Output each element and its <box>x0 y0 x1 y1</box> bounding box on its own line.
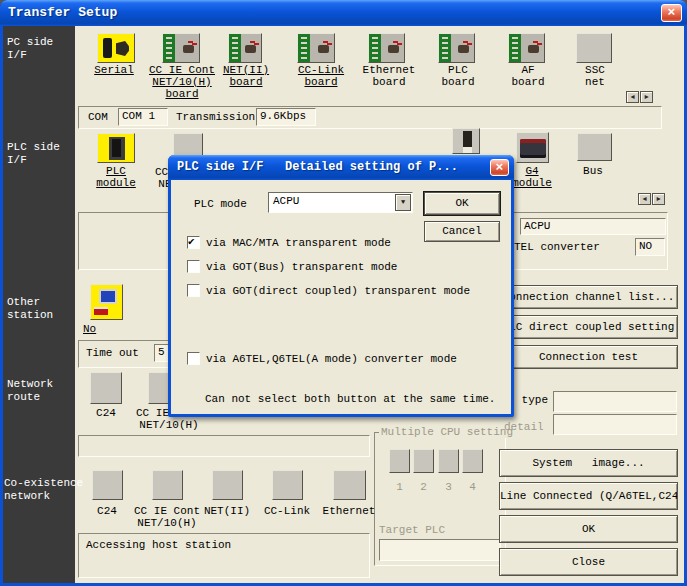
pc-if-cclink-board-icon[interactable] <box>297 33 335 63</box>
accessing-status-text: Accessing host station <box>86 539 231 551</box>
detail-field <box>553 414 677 435</box>
checkbox-got-bus-transparent[interactable] <box>187 260 200 273</box>
checkbox-mac-mta-transparent[interactable] <box>187 236 200 249</box>
checkbox-got-direct-coupled-transparent-label[interactable]: via GOT(direct coupled) transparent mode <box>206 285 470 297</box>
dialog-title: PLC side I/F Detailed setting of P... <box>177 155 458 179</box>
coexistence-netii-label[interactable]: NET(II) <box>204 505 250 517</box>
dialog-note-text: Can not select both button at the same t… <box>205 393 495 405</box>
other-station-no-icon[interactable] <box>90 284 123 320</box>
pc-if-ethernet-board-label[interactable]: Ethernet board <box>363 64 416 88</box>
network-route-c24-icon[interactable] <box>90 372 122 404</box>
plc-mode-value: ACPU <box>273 195 299 207</box>
pc-if-netii-board-label[interactable]: NET(II) board <box>223 64 269 88</box>
tel-converter-field: NO <box>635 238 665 256</box>
target-plc-field <box>379 539 501 561</box>
system-image-button[interactable]: System image... <box>499 449 678 477</box>
dialog-titlebar[interactable]: PLC side I/F Detailed setting of P... <box>168 155 514 180</box>
plc-if-scroll-right-button[interactable]: ► <box>652 193 665 205</box>
checkbox-got-bus-transparent-label[interactable]: via GOT(Bus) transparent mode <box>206 261 397 273</box>
route-status-bar <box>78 435 370 457</box>
window-close-button[interactable]: × <box>661 4 682 22</box>
window-title: Transfer Setup <box>8 0 117 25</box>
coexistence-ethernet-label[interactable]: Ethernet <box>323 505 376 517</box>
tel-converter-label: TEL converter <box>514 241 600 253</box>
coexistence-ccie-icon[interactable] <box>152 470 183 500</box>
pc-if-netii-board-icon[interactable] <box>228 33 262 63</box>
coexistence-c24-label[interactable]: C24 <box>97 505 117 517</box>
sidebar-label-other-station: Other station <box>7 296 53 322</box>
multiple-cpu-title: Multiple CPU setting <box>379 426 515 438</box>
multiple-cpu-slot-4-number: 4 <box>462 481 483 493</box>
ok-button[interactable]: OK <box>499 515 678 543</box>
multiple-cpu-slot-3-number: 3 <box>438 481 459 493</box>
com-port-field[interactable]: COM 1 <box>118 108 168 126</box>
multiple-cpu-slot-4 <box>462 449 483 473</box>
pc-if-ccie-board-icon[interactable] <box>162 33 200 63</box>
checkbox-a6tel-q6tel-converter[interactable] <box>187 352 200 365</box>
pc-if-ethernet-board-icon[interactable] <box>368 33 405 63</box>
sidebar-label-pc-side: PC side I/F <box>7 36 53 62</box>
close-icon: × <box>668 5 676 20</box>
close-icon: × <box>496 160 504 175</box>
pc-if-cclink-board-label[interactable]: CC-Link board <box>298 64 344 88</box>
coexistence-cclink-label[interactable]: CC-Link <box>264 505 310 517</box>
pc-if-plc-board-icon[interactable] <box>438 33 475 63</box>
plc-if-plc-module-icon[interactable] <box>97 133 135 163</box>
timeout-label: Time out <box>86 347 139 359</box>
plc-if-g4-module-label[interactable]: G4 module <box>512 165 552 189</box>
plc-if-g4-module-icon[interactable] <box>516 132 549 163</box>
connection-channel-list-button[interactable]: Connection channel list... <box>499 285 678 309</box>
connection-test-button[interactable]: Connection test <box>499 345 678 369</box>
coexistence-netii-icon[interactable] <box>212 470 243 500</box>
multiple-cpu-slot-2-number: 2 <box>413 481 434 493</box>
plc-type-field: ACPU <box>520 218 666 235</box>
target-plc-label: Target PLC <box>379 524 445 536</box>
other-station-no-label[interactable]: No <box>83 323 96 335</box>
type-field <box>553 391 677 412</box>
chevron-down-icon: ▼ <box>401 198 405 206</box>
multiple-cpu-slot-1-number: 1 <box>389 481 410 493</box>
plc-if-scroll-left-button[interactable]: ◄ <box>638 193 651 205</box>
checkbox-a6tel-q6tel-converter-label[interactable]: via A6TEL,Q6TEL(A mode) converter mode <box>206 353 457 365</box>
pc-if-ccie-board-label[interactable]: CC IE Cont NET/10(H) board <box>149 64 215 100</box>
pc-if-ssc-net-icon[interactable] <box>576 33 612 63</box>
plc-if-plc-module-label[interactable]: PLC module <box>96 165 136 189</box>
pc-if-serial-icon[interactable] <box>97 33 135 63</box>
coexistence-cclink-icon[interactable] <box>272 470 303 500</box>
pc-if-af-board-label[interactable]: AF board <box>511 64 544 88</box>
scroll-right-icon: ► <box>656 195 660 203</box>
plc-mode-dropdown-button[interactable]: ▼ <box>395 194 411 211</box>
transmission-label: Transmission <box>176 111 255 123</box>
pc-if-af-board-icon[interactable] <box>508 33 545 63</box>
checkbox-got-direct-coupled-transparent[interactable] <box>187 284 200 297</box>
multiple-cpu-slot-2 <box>413 449 434 473</box>
pc-if-scroll-right-button[interactable]: ► <box>640 91 653 103</box>
pc-if-plc-board-label[interactable]: PLC board <box>441 64 474 88</box>
network-route-c24-label[interactable]: C24 <box>96 407 116 419</box>
plc-if-bus-label[interactable]: Bus <box>583 165 603 177</box>
transmission-speed-field[interactable]: 9.6Kbps <box>256 108 316 126</box>
checkbox-mac-mta-transparent-label[interactable]: via MAC/MTA transparent mode <box>206 237 391 249</box>
sidebar-label-plc-side: PLC side I/F <box>7 141 60 167</box>
pc-if-serial-label[interactable]: Serial <box>94 64 134 76</box>
window-titlebar[interactable]: Transfer Setup <box>0 0 687 26</box>
pc-if-ssc-net-label[interactable]: SSC net <box>585 64 605 88</box>
coexistence-c24-icon[interactable] <box>92 470 123 500</box>
scroll-right-icon: ► <box>644 93 648 101</box>
sidebar-label-network-route: Network route <box>7 378 53 404</box>
coexistence-ccie-label[interactable]: CC IE Cont NET/10(H) <box>134 505 200 529</box>
plc-if-bus-icon[interactable] <box>577 133 612 161</box>
multiple-cpu-slot-3 <box>438 449 459 473</box>
multiple-cpu-slot-1 <box>389 449 410 473</box>
dialog-cancel-button[interactable]: Cancel <box>424 221 500 242</box>
plc-mode-combobox[interactable]: ACPU ▼ <box>268 192 413 213</box>
dialog-close-button[interactable]: × <box>490 159 509 176</box>
close-button[interactable]: Close <box>499 548 678 576</box>
plc-if-ethernet-module-icon[interactable] <box>452 128 480 154</box>
sidebar-label-coexistence: Co-existence network <box>4 477 83 503</box>
coexistence-ethernet-icon[interactable] <box>333 470 366 500</box>
line-connected-button[interactable]: Line Connected (Q/A6TEL,C24)... <box>499 482 678 510</box>
dialog-ok-button[interactable]: OK <box>424 192 500 215</box>
pc-if-scroll-left-button[interactable]: ◄ <box>626 91 639 103</box>
plc-direct-coupled-setting-button[interactable]: PLC direct coupled setting <box>499 315 678 339</box>
